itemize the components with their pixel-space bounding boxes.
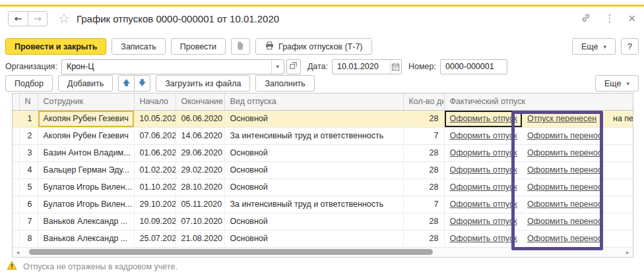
cell-make-vacation[interactable]: Оформить отпуск	[444, 110, 522, 127]
cell-extra[interactable]	[608, 144, 633, 161]
back-arrow-icon[interactable]: ←	[9, 12, 28, 26]
cell-start-date[interactable]: 29.10.2020	[134, 196, 176, 213]
make-vacation-link[interactable]: Оформить отпуск	[450, 217, 517, 226]
cell-extra[interactable]	[608, 161, 633, 178]
close-icon[interactable]: ×	[628, 13, 636, 24]
cell-make-vacation[interactable]: Оформить отпуск	[444, 127, 522, 144]
cell-start-date[interactable]: 10.09.2020	[134, 213, 176, 230]
cell-days-count[interactable]: 28	[403, 110, 444, 127]
cell-days-count[interactable]: 7	[403, 196, 444, 213]
cell-days-count[interactable]: 28	[403, 161, 444, 178]
cell-row-number[interactable]: 8	[19, 230, 38, 247]
make-vacation-link[interactable]: Оформить отпуск	[450, 182, 517, 192]
move-down-button[interactable]	[135, 75, 150, 92]
scroll-left-icon[interactable]: ◂	[13, 249, 22, 256]
make-transfer-link[interactable]: Оформить перенос	[527, 200, 602, 209]
cell-employee[interactable]: Ваньков Александр ...	[38, 213, 134, 230]
cell-start-date[interactable]: 01.10.2020	[134, 178, 176, 196]
cell-days-count[interactable]: 28	[403, 178, 444, 196]
cell-employee[interactable]: Базин Антон Владим...	[38, 144, 134, 161]
cell-end-date[interactable]: 06.06.2020	[176, 110, 224, 127]
fill-button[interactable]: Заполнить	[255, 75, 314, 92]
organization-dropdown-icon[interactable]: ▾	[271, 60, 284, 74]
move-up-button[interactable]	[118, 75, 135, 92]
make-vacation-link[interactable]: Оформить отпуск	[450, 200, 517, 209]
cell-vacation-kind[interactable]: За интенсивный труд и ответственность	[224, 196, 403, 213]
make-vacation-link[interactable]: Оформить отпуск	[450, 234, 517, 243]
cell-row-number[interactable]: 5	[19, 178, 38, 196]
table-row[interactable]: 7 Ваньков Александр ... 10.09.2020 07.10…	[13, 213, 633, 230]
more-button-list[interactable]: Еще ▾	[595, 75, 639, 92]
cell-extra[interactable]	[608, 127, 633, 144]
cell-employee[interactable]: Акопян Рубен Гезевич	[38, 127, 134, 144]
cell-days-count[interactable]: 28	[403, 144, 444, 161]
cell-extra[interactable]: на пер	[608, 110, 633, 127]
cell-employee[interactable]: Бальцер Герман Эду...	[38, 161, 134, 178]
cell-make-transfer[interactable]: Оформить перенос	[522, 213, 608, 230]
cell-make-transfer[interactable]: Оформить перенос	[522, 161, 608, 178]
cell-row-number[interactable]: 7	[19, 213, 38, 230]
get-link-icon[interactable]	[581, 13, 591, 25]
cell-vacation-kind[interactable]: За интенсивный труд и ответственность	[224, 127, 403, 144]
make-transfer-link[interactable]: Оформить перенос	[527, 217, 602, 226]
cell-end-date[interactable]: 14.06.2020	[176, 127, 224, 144]
table-row[interactable]: 6 Булатов Игорь Вилен... 29.10.2020 05.1…	[13, 196, 633, 213]
make-vacation-link[interactable]: Оформить отпуск	[450, 148, 517, 157]
scrollbar-track[interactable]	[22, 249, 623, 255]
cell-make-vacation[interactable]: Оформить отпуск	[444, 161, 522, 178]
favorite-star-icon[interactable]: ☆	[58, 12, 70, 25]
cell-start-date[interactable]: 25.07.2020	[134, 230, 176, 247]
make-transfer-link[interactable]: Оформить перенос	[527, 148, 602, 157]
table-row[interactable]: 4 Бальцер Герман Эду... 01.02.2020 29.02…	[13, 161, 633, 178]
cell-make-transfer[interactable]: Оформить перенос	[522, 144, 608, 161]
cell-start-date[interactable]: 10.05.2020	[134, 110, 176, 127]
cell-days-count[interactable]: 28	[403, 213, 444, 230]
scroll-right-icon[interactable]: ▸	[623, 249, 632, 256]
make-transfer-link[interactable]: Отпуск перенесен	[527, 114, 596, 123]
cell-end-date[interactable]: 07.10.2020	[176, 213, 224, 230]
organization-input[interactable]	[62, 60, 271, 74]
cell-make-vacation[interactable]: Оформить отпуск	[444, 178, 522, 196]
cell-row-number[interactable]: 4	[19, 161, 38, 178]
cell-make-vacation[interactable]: Оформить отпуск	[444, 213, 522, 230]
cell-make-transfer[interactable]: Отпуск перенесен	[522, 110, 608, 127]
make-transfer-link[interactable]: Оформить перенос	[527, 234, 602, 243]
table-row[interactable]: 2 Акопян Рубен Гезевич 07.06.2020 14.06.…	[13, 127, 633, 144]
cell-end-date[interactable]: 21.08.2020	[176, 230, 224, 247]
cell-make-transfer[interactable]: Оформить перенос	[522, 230, 608, 247]
cell-extra[interactable]	[608, 196, 633, 213]
kebab-menu-icon[interactable]: ⋮	[604, 13, 614, 24]
cell-employee[interactable]: Акопян Рубен Гезевич	[38, 110, 134, 127]
cell-vacation-kind[interactable]: Основной	[224, 230, 403, 247]
number-input[interactable]	[441, 60, 507, 74]
save-button[interactable]: Записать	[112, 38, 165, 55]
cell-start-date[interactable]: 01.06.2020	[134, 144, 176, 161]
add-button[interactable]: Добавить	[58, 75, 113, 92]
pick-button[interactable]: Подбор	[5, 75, 53, 92]
cell-end-date[interactable]: 29.06.2020	[176, 144, 224, 161]
table-row[interactable]: 8 Ваньков Александр ... 25.07.2020 21.08…	[13, 230, 633, 247]
cell-make-vacation[interactable]: Оформить отпуск	[444, 230, 522, 247]
scrollbar-thumb[interactable]	[29, 249, 433, 255]
date-input[interactable]	[333, 60, 390, 74]
cell-days-count[interactable]: 7	[403, 127, 444, 144]
cell-extra[interactable]	[608, 230, 633, 247]
cell-end-date[interactable]: 28.10.2020	[176, 178, 224, 196]
post-button[interactable]: Провести	[171, 38, 226, 55]
cell-employee[interactable]: Ваньков Александр ...	[38, 230, 134, 247]
cell-vacation-kind[interactable]: Основной	[224, 178, 403, 196]
cell-make-vacation[interactable]: Оформить отпуск	[444, 144, 522, 161]
cell-end-date[interactable]: 05.11.2020	[176, 196, 224, 213]
print-t7-button[interactable]: График отпусков (Т-7)	[255, 38, 371, 55]
more-button-main[interactable]: Еще ▾	[572, 38, 616, 55]
table-row[interactable]: 5 Булатов Игорь Вилен... 01.10.2020 28.1…	[13, 178, 633, 196]
cell-start-date[interactable]: 07.06.2020	[134, 127, 176, 144]
table-row[interactable]: 3 Базин Антон Владим... 01.06.2020 29.06…	[13, 144, 633, 161]
cell-row-number[interactable]: 2	[19, 127, 38, 144]
calendar-icon[interactable]	[390, 60, 401, 74]
make-transfer-link[interactable]: Оформить перенос	[527, 131, 602, 140]
cell-make-transfer[interactable]: Оформить перенос	[522, 127, 608, 144]
cell-vacation-kind[interactable]: Основной	[224, 161, 403, 178]
cell-start-date[interactable]: 01.02.2020	[134, 161, 176, 178]
table-row[interactable]: 1 Акопян Рубен Гезевич 10.05.2020 06.06.…	[13, 110, 633, 127]
